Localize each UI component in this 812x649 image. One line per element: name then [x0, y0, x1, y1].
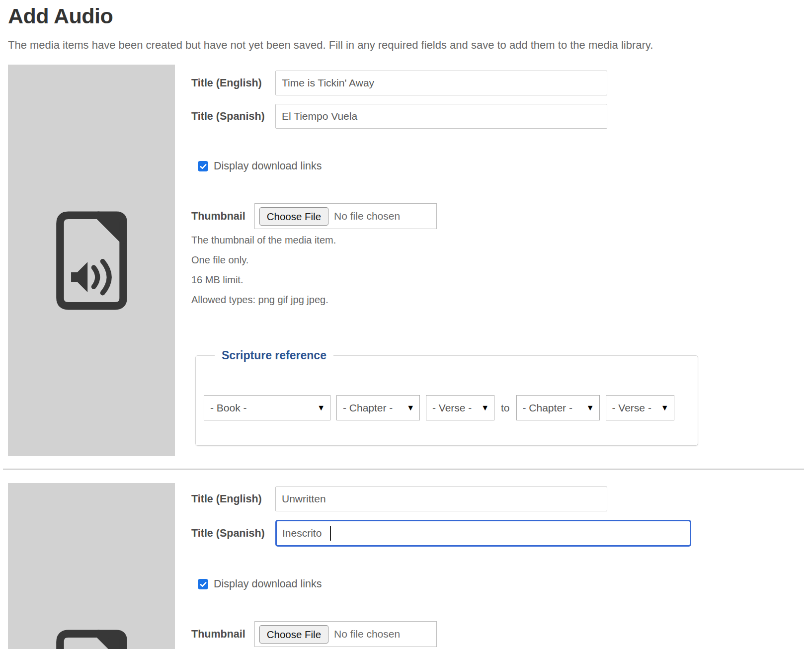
thumbnail-row: Thumbnail Choose File No file chosen	[191, 621, 607, 647]
page-title: Add Audio	[8, 3, 804, 29]
verse-from-select-wrap: - Verse - ▼	[426, 395, 494, 420]
chapter-from-select[interactable]: - Chapter -	[336, 395, 420, 420]
help-line: One file only.	[191, 255, 607, 265]
chapter-to-select-wrap: - Chapter - ▼	[516, 395, 600, 420]
range-to-label: to	[501, 402, 510, 414]
display-download-links-checkbox[interactable]	[198, 579, 208, 589]
thumbnail-help-text: The thumbnail of the media item. One fil…	[191, 235, 607, 305]
audio-thumbnail-preview	[8, 483, 175, 649]
display-download-links-label[interactable]: Display download links	[214, 578, 322, 590]
title-english-label: Title (English)	[191, 493, 275, 505]
title-english-input[interactable]	[275, 487, 607, 511]
title-spanish-row: Title (Spanish)	[191, 520, 607, 547]
title-spanish-row: Title (Spanish)	[191, 104, 607, 129]
media-item: Title (English) Title (Spanish) Display …	[8, 65, 804, 456]
check-icon	[200, 163, 207, 169]
media-item: Title (English) Title (Spanish) Display …	[8, 483, 804, 649]
book-select-wrap: - Book - ▼	[204, 395, 330, 420]
scripture-selects-row: - Book - ▼ - Chapter - ▼ - Verse -	[204, 395, 698, 420]
file-chosen-status: No file chosen	[334, 210, 400, 222]
text-cursor	[330, 526, 331, 541]
choose-file-button[interactable]: Choose File	[259, 207, 328, 226]
thumbnail-label: Thumbnail	[191, 628, 245, 641]
file-chosen-status: No file chosen	[334, 628, 400, 640]
thumbnail-file-input[interactable]: Choose File No file chosen	[254, 203, 437, 229]
chapter-to-select[interactable]: - Chapter -	[516, 395, 600, 420]
scripture-reference-legend: Scripture reference	[215, 349, 333, 362]
title-english-row: Title (English)	[191, 71, 607, 95]
audio-thumbnail-preview	[8, 65, 175, 456]
display-download-links-row: Display download links	[191, 160, 607, 172]
title-english-input[interactable]	[275, 71, 607, 95]
book-select[interactable]: - Book -	[204, 395, 330, 420]
help-line: 16 MB limit.	[191, 275, 607, 285]
choose-file-button[interactable]: Choose File	[259, 625, 328, 644]
thumbnail-row: Thumbnail Choose File No file chosen	[191, 203, 607, 229]
display-download-links-checkbox[interactable]	[198, 161, 208, 171]
title-spanish-label: Title (Spanish)	[191, 527, 275, 540]
page-description: The media items have been created but ha…	[8, 39, 804, 52]
verse-from-select[interactable]: - Verse -	[426, 395, 494, 420]
title-spanish-input[interactable]	[275, 104, 607, 129]
focused-input-wrap	[275, 520, 691, 547]
display-download-links-row: Display download links	[191, 578, 607, 590]
title-spanish-input[interactable]	[275, 520, 691, 547]
media-item-fields: Title (English) Title (Spanish) Display …	[191, 483, 607, 649]
audio-file-icon	[53, 630, 130, 649]
scripture-reference-fieldset: Scripture reference - Book - ▼ - Chapter…	[195, 349, 698, 446]
verse-to-select[interactable]: - Verse -	[606, 395, 674, 420]
media-item-fields: Title (English) Title (Spanish) Display …	[191, 65, 607, 446]
help-line: Allowed types: png gif jpg jpeg.	[191, 295, 607, 305]
title-english-label: Title (English)	[191, 77, 275, 89]
item-divider	[3, 469, 804, 470]
display-download-links-label[interactable]: Display download links	[214, 160, 322, 172]
verse-to-select-wrap: - Verse - ▼	[606, 395, 674, 420]
help-line: The thumbnail of the media item.	[191, 235, 607, 245]
audio-file-icon	[53, 211, 130, 310]
thumbnail-file-input[interactable]: Choose File No file chosen	[254, 621, 437, 647]
title-english-row: Title (English)	[191, 487, 607, 511]
chapter-from-select-wrap: - Chapter - ▼	[336, 395, 420, 420]
check-icon	[200, 581, 207, 587]
add-audio-page: Add Audio The media items have been crea…	[0, 3, 812, 649]
thumbnail-label: Thumbnail	[191, 210, 245, 223]
title-spanish-label: Title (Spanish)	[191, 110, 275, 123]
